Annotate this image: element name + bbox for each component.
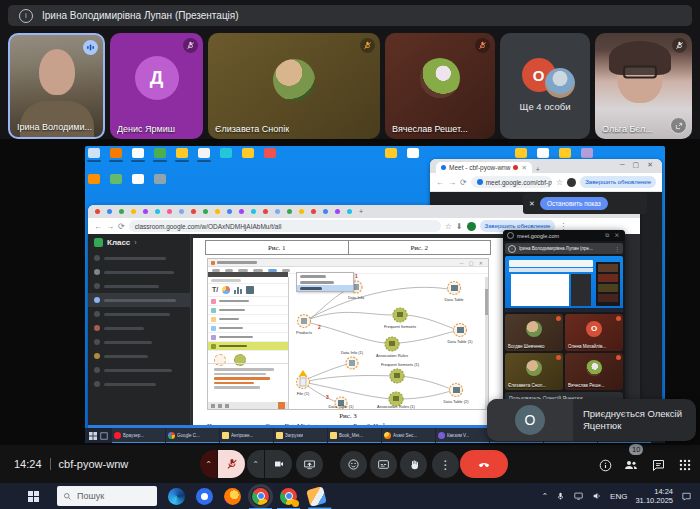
widget-description-box — [208, 363, 288, 402]
favicon-dot — [107, 209, 112, 214]
start-icon — [89, 428, 97, 443]
meeting-details-button[interactable] — [596, 456, 614, 474]
desktop-icon — [515, 148, 527, 158]
avatar — [420, 58, 460, 98]
site-icon — [477, 179, 483, 185]
tile-yelyzaveta[interactable]: Єлизавета Снопік — [208, 33, 380, 139]
favicon-dot — [275, 209, 280, 214]
info-icon: i — [19, 9, 33, 23]
taskbar-chrome2-icon[interactable] — [280, 488, 297, 505]
avatar — [273, 59, 315, 101]
taskbar-app-icon[interactable] — [306, 486, 327, 507]
mic-button-muted[interactable] — [218, 450, 245, 478]
tray-volume-icon[interactable] — [592, 491, 602, 501]
favicon-dot — [311, 209, 316, 214]
close-icon: ✕ — [529, 200, 535, 208]
taskbar-app-icon[interactable] — [196, 488, 213, 505]
svg-text:Data Table (1): Data Table (1) — [328, 404, 354, 409]
taskbar-chrome-icon[interactable] — [252, 488, 269, 505]
task-view-icon — [100, 428, 108, 443]
toast-line: Приєднується Олексій — [583, 408, 696, 420]
speaking-indicator-icon — [83, 40, 98, 55]
menu-dots-icon: ⋮ — [614, 245, 620, 252]
svg-text:Products: Products — [296, 330, 312, 335]
pip-participant-name: Єлизавета Сноп... — [508, 383, 546, 388]
desktop-icon-label — [109, 160, 123, 162]
tile-iryna[interactable]: Ірина Володими... — [8, 33, 105, 139]
sidebar-item — [88, 265, 190, 279]
pip-tile: Вячеслав Реше... — [565, 353, 623, 390]
sidebar-item — [88, 377, 190, 391]
taskbar-firefox-icon[interactable] — [224, 488, 241, 505]
toast-text: Приєднується Олексій Яцентюк — [573, 399, 696, 441]
favicon-dot — [191, 209, 196, 214]
orange-statusbar — [208, 402, 288, 409]
language-indicator[interactable]: ENG — [610, 492, 627, 501]
red-marker-1: 1 — [355, 273, 358, 279]
stop-presenting-button: Остановить показ — [540, 197, 608, 210]
orange-app-screenshot: ─ ▢ ✕ — [207, 258, 489, 410]
new-tab-icon: + — [536, 166, 540, 173]
raise-hand-button[interactable] — [400, 451, 427, 478]
classroom-title: Класс — [107, 238, 130, 247]
category-associate-selected — [208, 342, 288, 351]
favicon-dot — [347, 209, 352, 214]
chevron-icon: › — [134, 239, 136, 246]
desktop-icon — [154, 148, 166, 158]
presenter-banner-text: Ірина Володимирівна Лупан (Презентація) — [42, 10, 239, 21]
pip-banner-text: Ірина Володимирівна Лупан (пре... — [519, 246, 593, 251]
camera-button[interactable] — [265, 450, 292, 478]
desktop-icon-label — [197, 160, 211, 162]
taskbar-edge-icon[interactable] — [168, 488, 185, 505]
reactions-button[interactable] — [340, 451, 367, 478]
desktop-icon-label — [153, 160, 167, 162]
tile-denys[interactable]: Д Денис Ярмиш — [110, 33, 203, 139]
mic-off-dot — [616, 355, 621, 360]
avatar: O — [515, 405, 545, 435]
site-icon — [507, 232, 514, 239]
svg-text:2: 2 — [318, 324, 321, 330]
people-button[interactable] — [622, 456, 640, 474]
meeting-code: cbf-pyow-wnw — [59, 458, 129, 470]
favicon-dot — [95, 209, 100, 214]
scrollbar — [485, 277, 488, 409]
taskbar-clock[interactable]: 14:24 31.10.2025 — [635, 487, 673, 505]
mic-off-dot — [556, 355, 561, 360]
avatar — [545, 68, 575, 98]
bookmark-star-icon: ☆ — [445, 222, 452, 231]
tray-date: 31.10.2025 — [635, 496, 673, 505]
captions-button[interactable] — [370, 451, 397, 478]
activities-button[interactable] — [676, 456, 694, 474]
tile-vyacheslav[interactable]: Вячеслав Решет... — [385, 33, 495, 139]
chat-button[interactable] — [649, 456, 667, 474]
stop-presenting-bar: ✕ Остановить показ — [523, 193, 647, 214]
desktop-icon-label — [175, 160, 189, 162]
favicon-dot — [335, 209, 340, 214]
svg-text:Data Table (2): Data Table (2) — [443, 399, 469, 404]
tray-chevron-icon[interactable]: ⌃ — [541, 492, 548, 501]
svg-text:File (1): File (1) — [297, 391, 310, 396]
pip-banner: i Ірина Володимирівна Лупан (пре... ⋮ — [505, 243, 623, 254]
present-screen-button[interactable] — [296, 451, 323, 478]
tile-olha[interactable]: Ольга Бєл... — [595, 33, 692, 139]
sidebar-item — [88, 279, 190, 293]
action-center-icon[interactable] — [681, 491, 692, 502]
pip-participant-name: Богдан Шевченко — [508, 344, 544, 349]
mic-off-icon — [475, 38, 490, 53]
profile-avatar — [467, 222, 476, 231]
pip-tile: Богдан Шевченко — [505, 314, 563, 351]
tab-strip: Meet - cbf-pyow-wnw ✕ + ─ ▢ ✕ — [430, 159, 662, 173]
tile-more-people[interactable]: O Ще 4 особи — [500, 33, 590, 139]
svg-text:Association Rules (1): Association Rules (1) — [377, 404, 415, 409]
window-controls: ⧉ ✕ — [605, 232, 621, 239]
more-options-button[interactable]: ⋮ — [432, 451, 459, 478]
desktop-icon-label — [87, 160, 101, 162]
start-button[interactable] — [28, 491, 39, 502]
leave-call-button[interactable] — [460, 450, 508, 478]
category-transform — [208, 297, 288, 306]
tray-mic-icon[interactable] — [556, 491, 565, 502]
search-placeholder: Пошук — [77, 491, 104, 501]
window-controls: ─ ▢ ✕ — [460, 260, 485, 266]
tray-network-icon[interactable] — [573, 491, 584, 501]
search-box[interactable]: Пошук — [57, 486, 157, 506]
